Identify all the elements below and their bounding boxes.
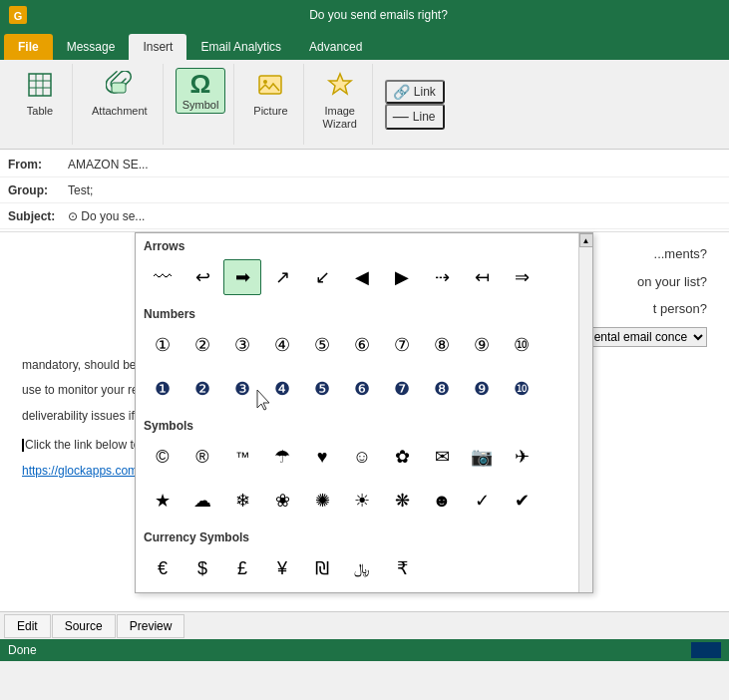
scrollbar-up-button[interactable]: ▲	[579, 233, 593, 247]
symbol-cell[interactable]: ↩	[183, 259, 221, 295]
subject-label: Subject:	[8, 209, 68, 223]
ribbon: Table Attachment Ω Symbol Picture	[0, 60, 729, 150]
symbol-cell[interactable]: ↗	[263, 259, 301, 295]
symbol-cell[interactable]: ☁	[183, 483, 221, 519]
table-icon	[26, 71, 54, 103]
symbol-cell[interactable]: ↤	[463, 259, 501, 295]
symbol-cell[interactable]: ©	[144, 439, 182, 475]
link-button[interactable]: 🔗 Link	[385, 80, 445, 104]
symbol-cell[interactable]: ❄	[223, 483, 261, 519]
symbol-cell[interactable]: ₹	[383, 550, 421, 586]
symbol-cell[interactable]: ✔	[503, 483, 541, 519]
symbol-cell[interactable]: ✺	[303, 483, 341, 519]
symbol-cell[interactable]: ✓	[463, 483, 501, 519]
ribbon-group-attachment: Attachment	[77, 64, 164, 145]
tab-insert[interactable]: Insert	[129, 34, 186, 60]
symbol-cell[interactable]: ⇒	[503, 259, 541, 295]
numbers-outline-grid: ① ② ③ ④ ⑤ ⑥ ⑦ ⑧ ⑨ ⑩	[136, 325, 592, 369]
symbol-cell[interactable]: £	[223, 550, 261, 586]
arrows-grid: 〰 ↩ ➡ ↗ ↙ ◀ ▶ ⇢ ↤ ⇒	[136, 257, 592, 301]
symbol-cell[interactable]: ⑦	[383, 327, 421, 363]
tab-preview[interactable]: Preview	[117, 614, 185, 638]
app-icon: G	[8, 5, 28, 25]
symbol-cell[interactable]: 〰	[144, 259, 182, 295]
symbol-cell[interactable]: ®	[183, 439, 221, 475]
symbol-cell[interactable]: €	[144, 550, 182, 586]
symbol-cell[interactable]: ↙	[303, 259, 341, 295]
symbol-cell[interactable]: ☀	[343, 483, 381, 519]
tab-file[interactable]: File	[4, 34, 53, 60]
symbol-dropdown: Arrows 〰 ↩ ➡ ↗ ↙ ◀ ▶ ⇢ ↤ ⇒ Numbers ① ② ③…	[135, 232, 593, 593]
content-area: ...ments? on your list? t person? nmenta…	[0, 232, 729, 611]
bottom-tabs: Edit Source Preview	[0, 611, 729, 639]
from-row: From: AMAZON SE...	[0, 152, 729, 177]
symbol-cell[interactable]: ❾	[463, 371, 501, 407]
tab-source[interactable]: Source	[52, 614, 116, 638]
line-button[interactable]: — Line	[385, 104, 445, 130]
tab-edit[interactable]: Edit	[4, 614, 51, 638]
symbol-cell[interactable]: ①	[144, 327, 182, 363]
symbol-cell[interactable]: ❿	[503, 371, 541, 407]
symbol-cell[interactable]: ☂	[263, 439, 301, 475]
symbol-cell[interactable]: ♥	[303, 439, 341, 475]
symbol-cell[interactable]: ⑤	[303, 327, 341, 363]
symbol-cell[interactable]: ✉	[423, 439, 461, 475]
symbol-cell[interactable]: ₪	[303, 550, 341, 586]
symbol-cell[interactable]: ❺	[303, 371, 341, 407]
image-wizard-button[interactable]: ImageWizard	[316, 68, 364, 134]
symbol-cell[interactable]: ❽	[423, 371, 461, 407]
image-wizard-label: ImageWizard	[323, 105, 357, 131]
symbol-cell[interactable]: ﷼	[343, 550, 381, 586]
symbol-cell[interactable]: ✈	[503, 439, 541, 475]
svg-text:G: G	[14, 10, 23, 22]
ribbon-group-image-wizard: ImageWizard	[308, 64, 373, 145]
symbol-cell[interactable]: ❹	[263, 371, 301, 407]
group-label: Group:	[8, 183, 68, 197]
image-wizard-icon	[326, 71, 354, 103]
picture-button[interactable]: Picture	[246, 68, 294, 120]
numbers-filled-grid: ❶ ❷ ❸ ❹ ❺ ❻ ❼ ❽ ❾ ❿	[136, 369, 592, 413]
symbol-cell[interactable]: ④	[263, 327, 301, 363]
symbol-cell[interactable]: ✿	[383, 439, 421, 475]
symbol-cell[interactable]: ★	[144, 483, 182, 519]
symbol-cell[interactable]: ❶	[144, 371, 182, 407]
tab-email-analytics[interactable]: Email Analytics	[186, 34, 295, 60]
symbols-grid-2: ★ ☁ ❄ ❀ ✺ ☀ ❋ ☻ ✓ ✔	[136, 481, 592, 525]
group-value: Test;	[68, 183, 721, 197]
line-icon: —	[393, 108, 409, 126]
symbol-cell[interactable]: ☻	[423, 483, 461, 519]
symbol-cell[interactable]: ▶	[383, 259, 421, 295]
symbol-cell[interactable]: ⑨	[463, 327, 501, 363]
symbol-cell[interactable]: ⑥	[343, 327, 381, 363]
symbol-scrollbar[interactable]: ▲	[578, 233, 592, 592]
attachment-button[interactable]: Attachment	[85, 68, 155, 120]
attachment-label: Attachment	[92, 105, 148, 117]
symbol-cell[interactable]: ❋	[383, 483, 421, 519]
symbol-cell[interactable]: ②	[183, 327, 221, 363]
symbol-cell[interactable]: ❷	[183, 371, 221, 407]
numbers-section-title: Numbers	[136, 301, 592, 325]
symbol-cell[interactable]: ¥	[263, 550, 301, 586]
tab-advanced[interactable]: Advanced	[295, 34, 376, 60]
symbol-cell[interactable]: ™	[223, 439, 261, 475]
symbol-cell[interactable]: ❼	[383, 371, 421, 407]
symbol-cell[interactable]: ☺	[343, 439, 381, 475]
tab-message[interactable]: Message	[53, 34, 130, 60]
picture-icon	[256, 71, 284, 103]
symbol-cell[interactable]: ⇢	[423, 259, 461, 295]
symbol-cell[interactable]: ⑧	[423, 327, 461, 363]
table-button[interactable]: Table	[16, 68, 64, 120]
symbol-cell[interactable]: ◀	[343, 259, 381, 295]
symbols-grid: © ® ™ ☂ ♥ ☺ ✿ ✉ 📷 ✈	[136, 437, 592, 481]
symbol-cell[interactable]: ③	[223, 327, 261, 363]
link-icon: 🔗	[393, 84, 410, 100]
symbol-cell[interactable]: ❀	[263, 483, 301, 519]
symbol-cell-selected[interactable]: ➡	[223, 259, 261, 295]
symbol-button[interactable]: Ω Symbol	[176, 68, 226, 114]
symbol-cell[interactable]: 📷	[463, 439, 501, 475]
symbol-cell[interactable]: ❸	[223, 371, 261, 407]
symbol-cell[interactable]: ⑩	[503, 327, 541, 363]
symbol-cell[interactable]: ❻	[343, 371, 381, 407]
subject-value: ⊙ Do you se...	[68, 209, 721, 223]
symbol-cell[interactable]: $	[183, 550, 221, 586]
